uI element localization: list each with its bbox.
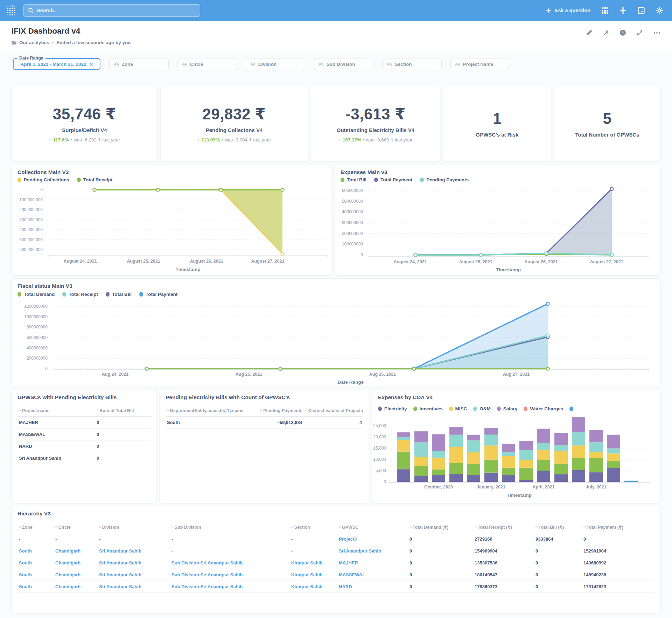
gpwsc-bills-table-card[interactable]: GPWSCs with Pending Electricity Bills ^P… <box>12 390 157 503</box>
collection-name[interactable]: Our analytics <box>19 40 49 45</box>
table-cell: Sri Anandpur Sahib <box>337 545 408 557</box>
expenses-coa-chart-card[interactable]: Expenses by COA V4 ElectricityIncentives… <box>372 390 660 503</box>
table-cell-link[interactable]: MASSEWAL <box>339 572 365 577</box>
column-header[interactable]: ^Total Demand (₹) <box>408 522 473 533</box>
more-options-ellipsis-icon[interactable] <box>653 30 660 36</box>
svg-text:August 26, 2021: August 26, 2021 <box>190 259 223 264</box>
auto-refresh-clock-icon[interactable] <box>620 29 626 36</box>
table-cell-link[interactable]: Sub Division Sri Anandpur Sahib <box>172 584 243 589</box>
table-cell-link[interactable]: Chandigarh <box>55 548 80 554</box>
column-header[interactable]: ^Project.name <box>18 405 95 417</box>
filter-pill-zone[interactable]: AaZone <box>109 58 169 70</box>
legend-item[interactable]: Total Bill <box>341 177 366 182</box>
filter-pill-section[interactable]: AaSection <box>382 58 442 70</box>
text-filter-icon: Aa <box>114 62 119 66</box>
legend-item[interactable]: Total Receipt <box>62 292 98 297</box>
table-cell-link[interactable]: Sri Anandpur Sahib <box>99 584 141 589</box>
table-cell-link[interactable]: South <box>19 584 32 589</box>
table-cell-link[interactable]: Chandigarh <box>55 572 80 577</box>
apps-grid-icon[interactable] <box>602 7 608 14</box>
kpi-card-pending-collections[interactable]: 29,832 ₹ Pending Collectons V4 ↑113.09%•… <box>160 86 308 162</box>
table-cell-link[interactable]: Project3 <box>339 536 357 542</box>
table-cell-link[interactable]: Sri Anandpur Sahib <box>99 548 141 554</box>
column-header[interactable]: ^Division <box>98 522 170 533</box>
legend-item[interactable]: Water Charges <box>524 406 563 411</box>
table-cell-link[interactable]: Kiratpur Sahib <box>291 560 323 565</box>
kpi-card-outstanding-bills[interactable]: -3,613 ₹ Outstanding Electricity Bills V… <box>311 86 440 162</box>
column-header[interactable]: ^GPWSC <box>337 522 408 533</box>
svg-text:August 25, 2021: August 25, 2021 <box>459 259 492 264</box>
legend-dot <box>18 178 21 182</box>
settings-gear-icon[interactable] <box>656 7 663 14</box>
sort-caret-icon: ^ <box>305 409 307 413</box>
kpi-card-total-gpwscs[interactable]: 5 Total Number of GPWSCs <box>554 86 660 162</box>
column-header[interactable]: ^Distinct values of Project.name <box>304 405 363 417</box>
fullscreen-icon[interactable] <box>637 30 643 36</box>
browse-data-icon[interactable] <box>638 7 645 14</box>
legend-item[interactable]: Pending Collections <box>18 177 69 182</box>
pending-bills-table-card[interactable]: Pending Electricity Bills with Count of … <box>160 390 369 503</box>
svg-text:August 27, 2021: August 27, 2021 <box>590 259 623 264</box>
table-cell-link[interactable]: Sub Division Sri Anandpur Sahib <box>172 560 243 565</box>
legend-item[interactable]: Total Receipt <box>77 177 113 182</box>
filter-pill-date-range[interactable]: Date Range April 1, 2021 - March 31, 202… <box>13 58 100 70</box>
table-cell-link[interactable]: South <box>19 548 32 554</box>
filter-pill-division[interactable]: AaDivision <box>246 58 305 70</box>
column-header[interactable]: ^DepartmentEntity.ancestry[1].name <box>166 405 258 417</box>
table-cell-link[interactable]: South <box>19 560 32 565</box>
table-cell-link[interactable]: Kiratpur Sahib <box>291 584 323 589</box>
filter-pill-project-name[interactable]: AaProject Name <box>450 58 510 70</box>
table-cell-link[interactable]: Chandigarh <box>55 560 80 565</box>
legend-item[interactable]: Total Bill <box>106 292 132 297</box>
legend-item[interactable]: Total Payment <box>374 177 412 182</box>
table-cell-link[interactable]: South <box>19 572 32 577</box>
table-cell-link[interactable]: Sri Anandpur Sahib <box>99 572 141 577</box>
text-filter-icon: Aa <box>318 62 324 66</box>
svg-text:Timestamp: Timestamp <box>496 267 521 272</box>
column-header[interactable]: ^Total Payment (₹) <box>582 522 654 533</box>
column-header[interactable]: ^Total Receipt (₹) <box>473 522 534 533</box>
hierarchy-table-card[interactable]: Hierarchy V3 ^Zone^Circle^Division^Sub D… <box>12 506 660 613</box>
metabase-logo-icon[interactable] <box>6 5 17 16</box>
column-header[interactable]: ^Sub Division <box>170 522 290 533</box>
table-row: SouthChandigarhSri Anandpur SahibSub Div… <box>18 557 654 569</box>
sharing-icon[interactable] <box>603 30 609 36</box>
legend-item[interactable]: O&M <box>473 406 491 411</box>
column-header[interactable]: ^Zone <box>18 522 54 533</box>
column-header[interactable]: ^Sum of Total Bill <box>95 405 151 417</box>
kpi-card-surplus-deficit[interactable]: 35,746 ₹ Surplus/Deficit V4 ↑117.6%• was… <box>12 86 158 162</box>
search-input[interactable] <box>37 8 196 13</box>
filter-pill-sub-division[interactable]: AaSub Division <box>314 58 373 70</box>
table-cell: 0 <box>95 452 151 464</box>
legend-item[interactable]: Pending Payments <box>420 177 469 182</box>
table-cell-link[interactable]: Sub Division Sri Anandpur Sahib <box>172 572 243 577</box>
legend-item[interactable]: Electricity <box>378 406 407 411</box>
legend-item[interactable]: MISC <box>449 406 467 411</box>
search-box[interactable] <box>23 4 200 17</box>
fiscal-status-chart-card[interactable]: Fiscal status Main V3 Total DemandTotal … <box>12 278 660 387</box>
legend-item[interactable]: Incentives <box>413 406 443 411</box>
legend-item[interactable]: Salary <box>497 406 518 411</box>
table-cell-link[interactable]: Chandigarh <box>55 584 80 589</box>
column-header[interactable]: ^Section <box>290 522 337 533</box>
edit-pencil-icon[interactable] <box>586 30 592 36</box>
table-cell-link[interactable]: Sri Anandpur Sahib <box>339 548 381 554</box>
new-plus-icon[interactable] <box>620 7 626 14</box>
table-cell-link[interactable]: NARD <box>339 584 352 589</box>
collections-chart-card[interactable]: Collections Main V3 Pending CollectionsT… <box>12 165 332 276</box>
expenses-chart-card[interactable]: Expenses Main v3 Total BillTotal Payment… <box>335 165 660 276</box>
legend-item[interactable]: Total Payment <box>139 292 177 297</box>
ask-a-question-button[interactable]: Ask a question <box>546 8 590 14</box>
clear-filter-icon[interactable]: × <box>90 61 93 67</box>
column-header[interactable]: ^Circle <box>54 522 98 533</box>
table-cell-link[interactable]: Sri Anandpur Sahib <box>99 560 141 565</box>
kpi-card-gpwsc-at-risk[interactable]: 1 GPWSC's at Risk <box>443 86 551 162</box>
table-cell-link[interactable]: Kiratpur Sahib <box>291 572 323 577</box>
table-cell-link[interactable]: MAJHER <box>339 560 358 565</box>
kpi-value: 1 <box>493 110 502 127</box>
legend-item[interactable]: Total Demand <box>18 292 55 297</box>
column-header[interactable]: ^Total Bill (₹) <box>534 522 582 533</box>
legend-item[interactable] <box>569 407 576 411</box>
filter-pill-circle[interactable]: AaCircle <box>177 58 237 70</box>
column-header[interactable]: ^Pending Payments <box>258 405 304 417</box>
